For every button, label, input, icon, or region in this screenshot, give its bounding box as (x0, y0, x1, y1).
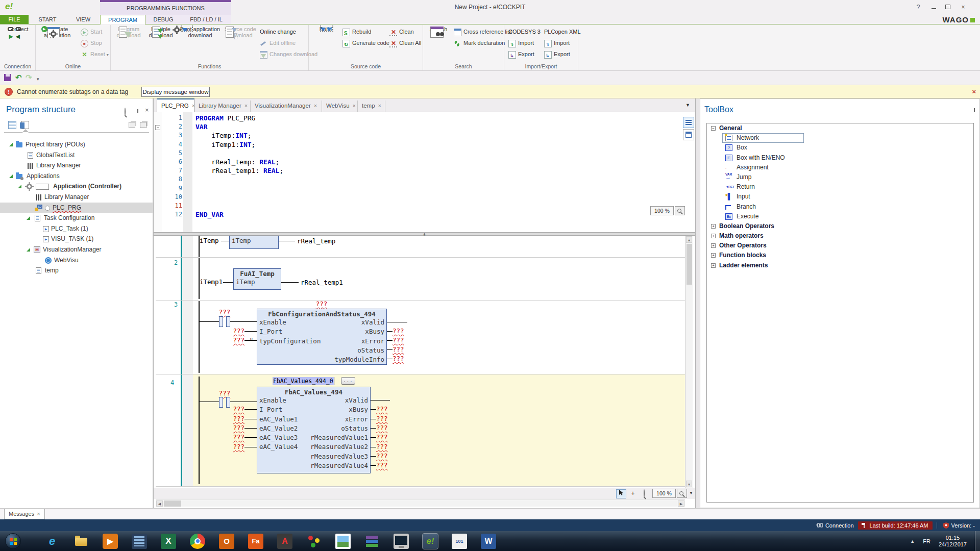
code-text[interactable]: PROGRAM PLC_PRG VAR iTemp:INT; iTemp1:IN… (195, 114, 283, 219)
output-value[interactable]: ??? (376, 462, 390, 469)
tab-list-dropdown-icon[interactable]: ▼ (685, 103, 690, 108)
program-download-button[interactable]: Program download (113, 26, 144, 61)
view-grid-icon[interactable] (8, 121, 16, 129)
network-number[interactable]: 4 (170, 379, 174, 386)
toolbox-item-input[interactable]: *▌Input (707, 192, 973, 202)
language-indicator[interactable]: FR (923, 538, 930, 544)
search-button[interactable]: Search▼ (426, 26, 451, 61)
expand-icon[interactable]: + (711, 234, 716, 238)
online-change-button[interactable]: Online change (260, 28, 296, 36)
rebuild-button[interactable]: SRebuild (342, 28, 371, 36)
expand-arrow-icon[interactable] (27, 248, 30, 252)
generate-code-button[interactable]: ↻Generate code (342, 39, 389, 47)
word-icon[interactable]: W (481, 534, 496, 549)
tree-item-task-configuration[interactable]: Task Configuration (0, 213, 153, 223)
ladder-zoom-icon[interactable] (677, 489, 687, 498)
output-value[interactable]: ??? (393, 337, 407, 344)
panel-search-icon[interactable] (125, 108, 126, 115)
excel-icon[interactable]: X (161, 534, 176, 549)
export-plcopen-button[interactable]: ↳Export (544, 50, 570, 59)
operand-label[interactable]: iTemp (200, 237, 219, 244)
redo-icon[interactable]: ↷ (26, 73, 32, 82)
tree-item-visualization-manager[interactable]: MVisualizationManager (0, 244, 153, 255)
customize-toolbar-icon[interactable]: ▾ (37, 75, 39, 83)
operand-label[interactable]: rReal_temp1 (301, 279, 343, 286)
expand-icon[interactable]: + (711, 224, 716, 229)
connection-status[interactable]: Connection (810, 522, 854, 529)
minimize-button[interactable] (927, 2, 940, 12)
data-tool-icon[interactable]: 101 (452, 534, 467, 549)
instance-name[interactable]: ??? (313, 300, 330, 308)
expand-arrow-icon[interactable] (9, 174, 13, 178)
output-value[interactable]: ??? (393, 355, 407, 362)
ladder-zoom-level[interactable]: 100 % (652, 489, 676, 498)
taskbar-clock[interactable]: 01:15 24/12/2017 (939, 535, 967, 548)
multiple-download-button[interactable]: Multiple download (145, 26, 177, 61)
zoom-dropdown-icon[interactable]: ▼ (689, 491, 693, 495)
ecockpit-taskbar-icon[interactable]: e! (423, 534, 438, 549)
toolbox-item-execute[interactable]: ExExecute (707, 212, 973, 221)
tabular-view-button[interactable] (683, 129, 694, 140)
output-value[interactable]: ??? (376, 415, 390, 422)
scrollbar-thumb[interactable] (164, 500, 181, 507)
tree-item-globaltextlist[interactable]: GlobalTextList (0, 150, 153, 161)
instance-name-edit[interactable]: FbAC_Values_494_0 (273, 377, 334, 385)
editor-splitter[interactable]: ▲▼ (154, 232, 695, 236)
toolbox-item-return[interactable]: ◄RETReturn (707, 182, 973, 192)
tree-item-webvisu[interactable]: WebVisu (0, 255, 153, 266)
messages-tab[interactable]: Messages× (4, 509, 45, 519)
function-block-fbconfigurationandstatus[interactable]: FbConfigurationAndStatus_494 xEnableI_Po… (257, 309, 387, 365)
output-value[interactable]: ??? (393, 328, 407, 335)
network-number[interactable]: 3 (174, 301, 178, 308)
tab-view[interactable]: VIEW (66, 15, 100, 24)
contact-icon[interactable] (219, 316, 230, 326)
status-lights-icon[interactable] (306, 534, 322, 549)
toolbox-category-ladder-elements[interactable]: +Ladder elements (707, 261, 973, 270)
help-button[interactable]: ? (914, 3, 923, 11)
internet-explorer-icon[interactable]: e (44, 534, 60, 549)
last-build-status[interactable]: Last build: 12:47:46 AM (858, 521, 933, 530)
output-value[interactable]: ??? (376, 453, 390, 460)
controller-checkbox[interactable] (36, 184, 49, 190)
close-tab-icon[interactable]: × (378, 103, 381, 109)
toolbox-item-box-en-eno[interactable]: EBox with EN/ENO (707, 153, 973, 163)
ladder-vertical-scrollbar[interactable]: ▲ ▼ (685, 236, 693, 488)
input-value[interactable]: ??? (227, 415, 244, 422)
input-value[interactable]: ??? (227, 424, 244, 432)
source-code-download-button[interactable]: Source code download (224, 26, 257, 61)
ladder-horizontal-scrollbar[interactable]: ◀ ▶ (156, 499, 685, 507)
reset-button[interactable]: ✕Reset ▾ (81, 50, 109, 59)
maximize-button[interactable] (941, 2, 954, 12)
editor-tab-temp[interactable]: temp× (358, 101, 385, 112)
scroll-left-icon[interactable]: ◀ (156, 500, 163, 507)
input-value[interactable]: ??? (227, 434, 244, 441)
toolbox-item-network[interactable]: Network (707, 133, 973, 143)
clean-all-button[interactable]: ✕Clean All (389, 39, 421, 47)
fold-collapse-icon[interactable] (155, 125, 160, 130)
tab-file[interactable]: FILE (0, 15, 29, 24)
declaration-zoom-icon[interactable] (675, 206, 685, 215)
fa-app-icon[interactable]: Fa (248, 534, 263, 549)
editor-tab-webvisu[interactable]: WebVisu× (322, 101, 358, 112)
function-block-fbac-values[interactable]: FbAC_Values_494 xEnableI_PorteAC_Value1e… (257, 387, 371, 473)
show-desktop-button[interactable] (975, 531, 980, 551)
declaration-editor[interactable]: 12 34 56 78 910 1112 PROGRAM PLC_PRG VAR… (154, 112, 695, 232)
instance-browse-button[interactable]: ... (341, 377, 355, 385)
tree-item-project-library[interactable]: Project library (POUs) (0, 139, 153, 150)
function-block-partial[interactable]: iTemp (229, 236, 279, 249)
outlook-icon[interactable]: O (219, 534, 234, 549)
contextual-tab-header[interactable]: PROGRAMMING FUNCTIONS (100, 0, 231, 15)
output-value[interactable]: ??? (376, 443, 390, 450)
contact-operand[interactable]: ??? (216, 390, 233, 397)
input-value[interactable]: ??? (227, 443, 244, 450)
input-value[interactable]: ??? (227, 337, 244, 344)
function-block-fuai-temp[interactable]: FuAI_Temp iTemp (233, 268, 281, 290)
message-bar-close-icon[interactable]: × (972, 88, 976, 95)
connect-button[interactable]: ▶ ◀ Connect (2, 26, 34, 61)
scroll-down-icon[interactable]: ▼ (686, 481, 692, 487)
layered-windows-icon[interactable] (129, 122, 135, 128)
undo-icon[interactable]: ↶ (15, 73, 22, 82)
editor-tab-visualization-manager[interactable]: VisualizationManager× (251, 101, 322, 112)
select-tool-button[interactable] (616, 489, 626, 498)
toolbox-item-box[interactable]: ?Box (707, 143, 973, 153)
